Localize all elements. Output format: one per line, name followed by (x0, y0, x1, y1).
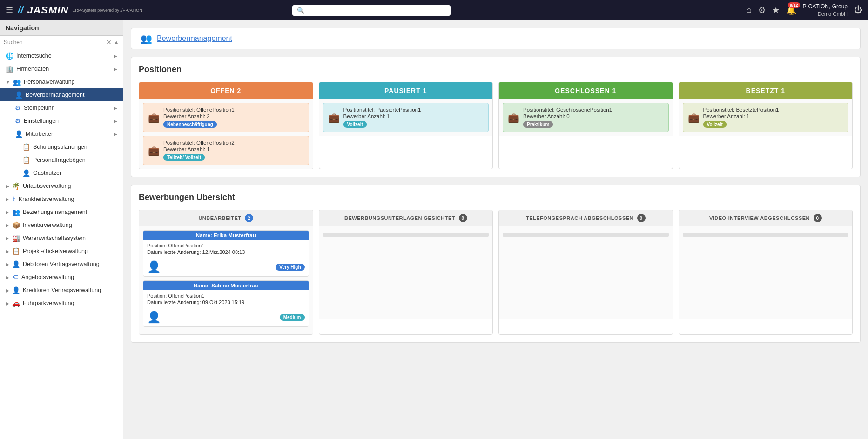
expand-icon: ▼ (6, 80, 10, 85)
sidebar-item-kreditoren[interactable]: ▶ 👤 Kreditoren Vertragsverwaltung (0, 284, 123, 297)
user-label: P-CATION, Group (803, 3, 848, 11)
sidebar-item-firmendaten[interactable]: 🏢 Firmendaten ▶ (0, 62, 123, 75)
sidebar-item-stempeluhr[interactable]: ⚙ Stempeluhr ▶ (0, 101, 123, 114)
bew-card-sabine[interactable]: Name: Sabine Musterfrau Position: Offene… (143, 280, 309, 327)
position-card[interactable]: 💼 Positionstitel: BesetztePosition1 Bewe… (683, 103, 849, 132)
personalverwaltung-icon: 👥 (13, 78, 21, 86)
sidebar-item-label: Personalverwaltung (24, 79, 75, 85)
hamburger-icon[interactable]: ☰ (6, 5, 13, 15)
sidebar-item-personalfragebögen[interactable]: 📋 Personalfragebögen (0, 153, 123, 166)
bew-column-unbearbeitet: UNBEARBEITET 2 Name: Erika Musterfrau Po… (139, 210, 313, 335)
bew-col-header[interactable]: UNBEARBEITET 2 (139, 210, 313, 226)
expand-icon: ▶ (6, 275, 9, 280)
main-content: 👥 Bewerbermanagement Positionen OFFEN 2 … (123, 20, 868, 439)
sidebar-item-label: Urlaubsverwaltung (23, 183, 71, 189)
person-icon: 👤 (147, 260, 161, 273)
position-card[interactable]: 💼 Positionstitel: OffenePosition1 Bewerb… (143, 103, 309, 132)
sidebar-item-urlaubsverwaltung[interactable]: ▶ 🌴 Urlaubsverwaltung (0, 180, 123, 193)
bewerbermanagement-icon: 👤 (15, 91, 23, 99)
expand-icon: ▶ (6, 210, 9, 215)
sidebar-item-label: Gastnutzer (33, 170, 61, 176)
geschlossen-header[interactable]: GESCHLOSSEN 1 (499, 82, 673, 99)
pos-tag: Praktikum (523, 121, 553, 128)
position-card-icon: 💼 (328, 112, 340, 123)
position-card-icon: 💼 (148, 145, 160, 156)
alert-icon[interactable]: 🔔 9/12 (786, 5, 796, 15)
module-title[interactable]: Bewerbermanagement (157, 34, 232, 43)
home-icon[interactable]: ⌂ (747, 5, 752, 15)
sidebar-search-clear[interactable]: ✕ (106, 39, 112, 46)
position-card-icon: 💼 (508, 112, 519, 123)
gastnutzer-icon: 👤 (22, 169, 30, 177)
sidebar-item-debitoren[interactable]: ▶ 👤 Debitoren Vertragsverwaltung (0, 258, 123, 271)
geschlossen-count: 1 (612, 87, 616, 94)
sidebar-item-mitarbeiter[interactable]: 👤 Mitarbeiter ▶ (0, 127, 123, 140)
sidebar-item-warenwirtschaftssystem[interactable]: ▶ 🏭 Warenwirtschaftssystem (0, 232, 123, 245)
pos-title: Positionstitel: OffenePosition1 (163, 107, 304, 113)
bew-column-telefon: TELEFONGESPRACH ABGESCHLOSSEN 0 (498, 210, 673, 335)
sidebar-item-internetsuche[interactable]: 🌐 Internetsuche ▶ (0, 49, 123, 62)
sidebar-item-label: Inventarverwaltung (23, 222, 72, 228)
sidebar-item-gastnutzer[interactable]: 👤 Gastnutzer (0, 166, 123, 180)
sidebar-item-inventarverwaltung[interactable]: ▶ 📦 Inventarverwaltung (0, 219, 123, 232)
sidebar-item-angebotsverwaltung[interactable]: ▶ 🏷 Angebotsverwaltung (0, 271, 123, 284)
sidebar-item-label: Beziehungsmanagement (23, 209, 87, 215)
logo-sub: ERP-System powered by //P-CATION (72, 8, 142, 13)
offen-header[interactable]: OFFEN 2 (139, 82, 313, 99)
bew-card-header: Name: Sabine Musterfrau (143, 281, 309, 290)
pos-tag: Vollzeit (703, 121, 727, 128)
arrow-icon: ▶ (114, 119, 117, 124)
sidebar-search-input[interactable] (4, 39, 104, 46)
module-header: 👥 Bewerbermanagement (131, 28, 861, 49)
bew-col-header[interactable]: BEWERBUNGSUNTERLAGEN GESICHTET 0 (319, 210, 493, 226)
sidebar-item-label: Internetsuche (16, 53, 52, 59)
expand-icon: ▶ (6, 301, 9, 306)
sidebar-item-fuhrparkverwaltung[interactable]: ▶ 🚗 Fuhrparkverwaltung (0, 297, 123, 310)
positions-grid: OFFEN 2 💼 Positionstitel: OffenePosition… (139, 82, 853, 169)
bewerbungen-section: Bewerbungen Übersicht UNBEARBEITET 2 Nam… (131, 185, 861, 343)
bew-column-video: VIDEO-INTERVIEW ABGESCHLOSSEN 0 (679, 210, 853, 335)
logo-text: // (18, 4, 23, 16)
positionen-section: Positionen OFFEN 2 💼 Positionstitel: Off… (131, 57, 861, 177)
user-info[interactable]: P-CATION, Group Demo GmbH (803, 3, 848, 17)
sidebar-item-einstellungen[interactable]: ⚙ Einstellungen ▶ (0, 114, 123, 127)
warenwirtschaft-icon: 🏭 (12, 234, 20, 242)
pos-count: Bewerber Anzahl: 1 (343, 113, 484, 119)
settings-icon[interactable]: ⚙ (758, 5, 766, 15)
position-card-info: Positionstitel: PausiertePosition1 Bewer… (343, 107, 484, 128)
sidebar-item-bewerbermanagement[interactable]: 👤 Bewerbermanagement (0, 88, 123, 101)
position-card[interactable]: 💼 Positionstitel: GeschlossenePosition1 … (503, 103, 669, 132)
urlaub-icon: 🌴 (12, 182, 20, 190)
position-card[interactable]: 💼 Positionstitel: PausiertePosition1 Bew… (323, 103, 489, 132)
sidebar-item-label: Debitoren Vertragsverwaltung (23, 261, 100, 267)
pos-count: Bewerber Anzahl: 1 (703, 113, 844, 119)
sidebar-collapse-btn[interactable]: ▲ (114, 39, 119, 46)
sidebar-item-krankheitsverwaltung[interactable]: ▶ ⚕ Krankheitsverwaltung (0, 193, 123, 206)
star-icon[interactable]: ★ (772, 5, 780, 15)
sidebar-item-label: Kreditoren Vertragsverwaltung (23, 287, 101, 293)
bew-card-erika[interactable]: Name: Erika Musterfrau Position: OffeneP… (143, 230, 309, 277)
pos-title: Positionstitel: OffenePosition2 (163, 140, 304, 146)
empty-bar (683, 233, 849, 237)
power-icon[interactable]: ⏻ (854, 5, 862, 15)
pos-count: Bewerber Anzahl: 2 (163, 113, 304, 119)
einstellungen-icon: ⚙ (15, 117, 21, 125)
pausiert-header[interactable]: PAUSIERT 1 (319, 82, 493, 99)
besetzt-header[interactable]: BESETZT 1 (679, 82, 853, 99)
person-icon: 👤 (147, 311, 161, 324)
bew-position: Position: OffenePosition1 (147, 293, 305, 299)
sidebar-item-beziehungsmanagement[interactable]: ▶ 👥 Beziehungsmanagement (0, 206, 123, 219)
bew-col-header[interactable]: VIDEO-INTERVIEW ABGESCHLOSSEN 0 (679, 210, 853, 226)
bew-col-header[interactable]: TELEFONGESPRACH ABGESCHLOSSEN 0 (499, 210, 673, 226)
sidebar-item-schulungsplanungen[interactable]: 📋 Schulungsplanungen (0, 140, 123, 153)
bew-col-body (679, 226, 853, 319)
position-card[interactable]: 💼 Positionstitel: OffenePosition2 Bewerb… (143, 136, 309, 165)
sidebar-item-personalverwaltung[interactable]: ▼ 👥 Personalverwaltung (0, 75, 123, 88)
sidebar-item-projektverwaltung[interactable]: ▶ 📋 Projekt-/Ticketverwaltung (0, 245, 123, 258)
global-search-input[interactable] (307, 7, 446, 14)
position-card-icon: 💼 (688, 112, 700, 123)
bew-col-body (499, 226, 673, 319)
sidebar-item-label: Warenwirtschaftssystem (23, 235, 86, 241)
bew-card-footer: 👤 Medium (143, 309, 309, 326)
personalfrageboegen-icon: 📋 (22, 156, 30, 164)
